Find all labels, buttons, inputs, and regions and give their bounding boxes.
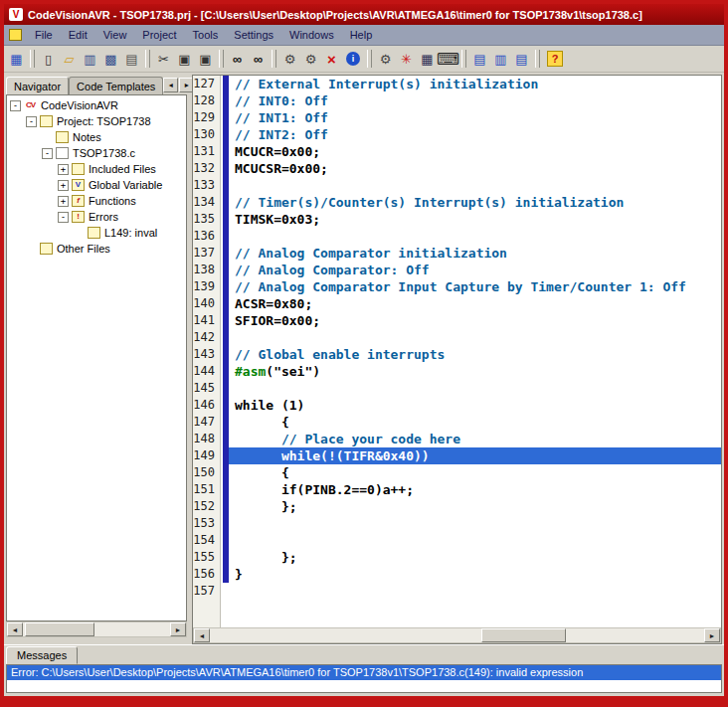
view-registers-icon[interactable]: ▥ <box>490 49 511 70</box>
code-line[interactable]: 142 <box>193 329 721 346</box>
tree-item-project[interactable]: - Project: TSOP1738 <box>7 113 186 129</box>
terminal-icon[interactable]: ⌨ <box>438 49 458 70</box>
code-line[interactable]: 147 { <box>193 414 721 431</box>
expander-icon[interactable]: - <box>10 100 21 111</box>
expander-icon[interactable]: + <box>58 180 69 191</box>
paste-icon[interactable]: ▣ <box>195 49 216 70</box>
menu-windows[interactable]: Windows <box>281 26 342 44</box>
code-line[interactable]: 156} <box>193 566 721 583</box>
error-message[interactable]: Error: C:\Users\User\Desktop\Projects\AV… <box>7 665 721 680</box>
navigator-horizontal-scrollbar[interactable]: ◄ ► <box>6 621 187 637</box>
help-icon[interactable]: ? <box>547 51 563 67</box>
view-variables-icon[interactable]: ▤ <box>469 49 490 70</box>
code-line[interactable]: 139// Analog Comparator Input Capture by… <box>193 278 721 295</box>
code-line[interactable]: 145 <box>193 380 721 397</box>
tree-item-error-line[interactable]: L149: inval <box>7 225 186 241</box>
code-line[interactable]: 148 // Place your code here <box>193 431 721 447</box>
mdi-child-icon[interactable] <box>9 29 22 41</box>
menu-view[interactable]: View <box>95 26 135 44</box>
code-line[interactable]: 155 }; <box>193 549 721 566</box>
scroll-right-icon[interactable]: ► <box>704 628 720 642</box>
tab-code-templates[interactable]: Code Templates <box>69 77 163 94</box>
editor-horizontal-scrollbar[interactable]: ◄ ► <box>193 627 721 643</box>
code-line[interactable]: 130// INT2: Off <box>193 126 721 143</box>
code-line[interactable]: 128// INT0: Off <box>193 92 721 109</box>
menu-edit[interactable]: Edit <box>61 26 95 44</box>
code-line[interactable]: 144#asm("sei") <box>193 363 721 380</box>
scroll-left-icon[interactable]: ◄ <box>194 628 210 642</box>
scrollbar-track[interactable] <box>23 622 170 636</box>
menu-tools[interactable]: Tools <box>185 26 227 44</box>
expander-icon[interactable]: - <box>42 148 53 159</box>
tree-item-notes[interactable]: Notes <box>7 129 186 145</box>
tree-item-errors[interactable]: - ! Errors <box>7 209 186 225</box>
scrollbar-thumb[interactable] <box>481 628 566 642</box>
copy-icon[interactable]: ▣ <box>174 49 195 70</box>
code-line[interactable]: 134// Timer(s)/Counter(s) Interrupt(s) i… <box>193 194 721 211</box>
line-number: 132 <box>193 160 221 177</box>
information-icon[interactable]: i <box>346 52 360 66</box>
tab-messages[interactable]: Messages <box>6 646 78 664</box>
scroll-left-icon[interactable]: ◄ <box>7 622 23 636</box>
code-line[interactable]: 127// External Interrupt(s) initializati… <box>193 76 721 92</box>
tree-item-functions[interactable]: + f Functions <box>7 193 186 209</box>
code-area[interactable]: 127// External Interrupt(s) initializati… <box>193 76 721 627</box>
stop-compilation-icon[interactable]: × <box>321 49 342 70</box>
tree-item-source-file[interactable]: - TSOP1738.c <box>7 145 186 161</box>
compile-icon[interactable]: ⚙ <box>279 49 300 70</box>
scroll-right-icon[interactable]: ► <box>170 622 186 636</box>
menu-project[interactable]: Project <box>134 26 184 44</box>
find-next-icon[interactable]: ∞ <box>248 49 269 70</box>
expander-icon[interactable]: + <box>58 164 69 175</box>
expander-icon[interactable]: - <box>58 212 69 223</box>
tree-item-global-variables[interactable]: + V Global Variable <box>7 177 186 193</box>
chip-programmer-icon[interactable]: ▦ <box>417 49 438 70</box>
open-file-icon[interactable]: ▱ <box>59 49 80 70</box>
menu-settings[interactable]: Settings <box>226 26 281 44</box>
expander-icon[interactable]: + <box>58 196 69 207</box>
tab-scroll-left-icon[interactable]: ◂ <box>163 78 178 92</box>
titlebar[interactable]: V CodeVisionAVR - TSOP1738.prj - [C:\Use… <box>4 4 724 25</box>
code-line[interactable]: 157 <box>193 583 721 600</box>
tab-navigator[interactable]: Navigator <box>6 77 69 94</box>
code-line[interactable]: 154 <box>193 532 721 549</box>
new-file-icon[interactable]: ▯ <box>38 49 59 70</box>
code-line-highlighted[interactable]: 149 while(!(TIFR&0x40)) <box>193 447 721 464</box>
code-line[interactable]: 141SFIOR=0x00; <box>193 312 721 329</box>
menu-file[interactable]: File <box>27 26 61 44</box>
tree-item-included-files[interactable]: + Included Files <box>7 161 186 177</box>
scrollbar-track[interactable] <box>210 628 704 642</box>
code-empty-area[interactable] <box>193 600 721 627</box>
code-line[interactable]: 131MCUCR=0x00; <box>193 143 721 160</box>
print-icon[interactable]: ▤ <box>121 49 142 70</box>
settings-icon[interactable]: ⚙ <box>375 49 396 70</box>
code-line[interactable]: 153 <box>193 515 721 532</box>
code-line[interactable]: 140ACSR=0x80; <box>193 295 721 312</box>
menu-help[interactable]: Help <box>342 26 381 44</box>
code-line[interactable]: 150 { <box>193 464 721 481</box>
code-line[interactable]: 137// Analog Comparator initialization <box>193 245 721 262</box>
save-all-icon[interactable]: ▩ <box>100 49 121 70</box>
code-line[interactable]: 152 }; <box>193 498 721 515</box>
expander-icon[interactable]: - <box>26 116 37 127</box>
cut-icon[interactable]: ✂ <box>153 49 174 70</box>
code-line[interactable]: 143// Global enable interrupts <box>193 346 721 363</box>
code-line[interactable]: 135TIMSK=0x03; <box>193 211 721 228</box>
code-line[interactable]: 136 <box>193 228 721 245</box>
tree-item-other-files[interactable]: Other Files <box>7 241 186 257</box>
code-line[interactable]: 146while (1) <box>193 397 721 414</box>
view-memory-icon[interactable]: ▤ <box>511 49 532 70</box>
debugger-icon[interactable]: ✳ <box>396 49 417 70</box>
workspace-icon[interactable]: ▦ <box>6 49 27 70</box>
find-icon[interactable]: ∞ <box>227 49 248 70</box>
build-all-icon[interactable]: ⚙ <box>300 49 321 70</box>
code-line[interactable]: 132MCUCSR=0x00; <box>193 160 721 177</box>
code-line[interactable]: 129// INT1: Off <box>193 109 721 126</box>
code-line[interactable]: 133 <box>193 177 721 194</box>
code-line[interactable]: 138// Analog Comparator: Off <box>193 262 721 278</box>
scrollbar-thumb[interactable] <box>25 622 94 636</box>
code-line[interactable]: 151 if(PINB.2==0)a++; <box>193 481 721 498</box>
tree-item-codevisionavr[interactable]: - CV CodeVisionAVR <box>7 97 186 113</box>
app-icon[interactable]: V <box>9 8 23 21</box>
save-file-icon[interactable]: ▥ <box>80 49 100 70</box>
